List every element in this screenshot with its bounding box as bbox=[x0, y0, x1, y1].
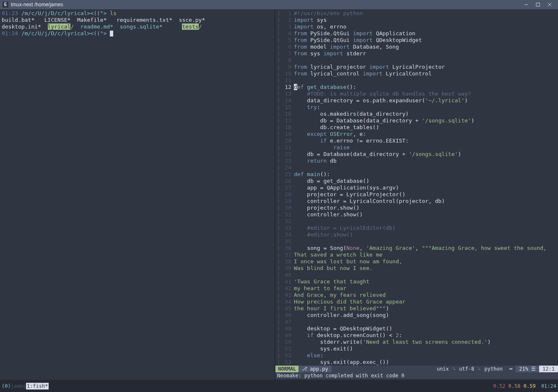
code-line[interactable]: |3import os, errno bbox=[275, 23, 558, 30]
code-line[interactable]: |23 return db bbox=[275, 158, 558, 164]
code-text: Was blind but now I see. bbox=[294, 265, 373, 272]
neomake-message: Neomake: python completed with exit code… bbox=[275, 372, 558, 379]
code-line[interactable]: |51 sys.exit() bbox=[275, 345, 558, 352]
shell-pane[interactable]: 01:23 /m/c/U/j/D/c/lyrical><((°> ls buil… bbox=[0, 9, 275, 380]
tmux-statusbar: (0) james 1:fish* 0.52 0.58 0.59 01:24 bbox=[0, 380, 558, 392]
code-text: controller.add_song(song) bbox=[294, 312, 389, 319]
code-line[interactable]: |14 data_directory = os.path.expanduser(… bbox=[275, 97, 558, 104]
code-line[interactable]: |29 controller = LyricalControl(projecto… bbox=[275, 198, 558, 205]
gutter-sign: | bbox=[275, 252, 282, 258]
line-number: 53 bbox=[282, 359, 294, 366]
code-line[interactable]: |5from PySide.QtGui import QDesktopWidge… bbox=[275, 37, 558, 44]
code-line[interactable]: |33 #editor = LyricalEditor(db) bbox=[275, 225, 558, 231]
code-line[interactable]: |19 except OSError, e: bbox=[275, 131, 558, 138]
shell-prompt[interactable]: 01:24 /m/c/U/j/D/c/lyrical><((°> bbox=[2, 30, 273, 37]
code-line[interactable]: |39Was blind but now I see. bbox=[275, 265, 558, 272]
line-number: 22 bbox=[282, 151, 294, 158]
close-button[interactable] bbox=[544, 0, 555, 9]
line-number: 41 bbox=[282, 278, 294, 285]
code-line[interactable]: |20 if e.errno != errno.EEXIST: bbox=[275, 138, 558, 144]
line-number: 3 bbox=[282, 23, 294, 30]
code-line[interactable]: |22 db = Database(data_directory + '/son… bbox=[275, 151, 558, 158]
tmux-right-status: 0.52 0.58 0.59 01:24 bbox=[493, 383, 556, 389]
code-line[interactable]: |30 projector.show() bbox=[275, 205, 558, 211]
code-line[interactable]: |50 stderr.write('Need at least two scre… bbox=[275, 339, 558, 345]
code-line[interactable]: |17 db = Database(data_directory + '/son… bbox=[275, 117, 558, 124]
code-text: the hour I first believed""") bbox=[294, 305, 389, 312]
code-text: And Grace, my fears relieved bbox=[294, 292, 386, 299]
code-line[interactable]: |41'Twas Grace that taught bbox=[275, 278, 558, 285]
code-line[interactable]: |1#!/usr/bin/env python bbox=[275, 10, 558, 17]
code-line[interactable]: |26 db = get_database() bbox=[275, 178, 558, 184]
vim-filename: ⎇app.py bbox=[298, 366, 331, 372]
code-line[interactable]: |15 try: bbox=[275, 104, 558, 111]
gutter-sign: | bbox=[275, 238, 282, 245]
line-number: 20 bbox=[282, 138, 294, 144]
gutter-sign: | bbox=[275, 77, 282, 84]
code-area[interactable]: |1#!/usr/bin/env python|2import sys|3imp… bbox=[275, 10, 558, 366]
gutter-sign: | bbox=[275, 198, 282, 205]
gutter-sign: | bbox=[275, 312, 282, 319]
line-number: 12 bbox=[282, 84, 294, 91]
code-line[interactable]: |18 db.create_tables() bbox=[275, 124, 558, 131]
gutter-sign: | bbox=[275, 319, 282, 325]
code-line[interactable]: |28 projector = LyricalProjector() bbox=[275, 191, 558, 198]
code-text: #!/usr/bin/env python bbox=[294, 10, 363, 17]
code-line[interactable]: |46 controller.add_song(song) bbox=[275, 312, 558, 319]
tmux-panes: 01:23 /m/c/U/j/D/c/lyrical><((°> ls buil… bbox=[0, 9, 558, 380]
code-line[interactable]: |4from PySide.QtGui import QApplication bbox=[275, 30, 558, 37]
line-number: 50 bbox=[282, 339, 294, 345]
gutter-sign: | bbox=[275, 245, 282, 252]
code-line[interactable]: |36 song = Song(None, 'Amazing Grace', "… bbox=[275, 245, 558, 252]
line-number: 36 bbox=[282, 245, 294, 252]
code-line[interactable]: |48 desktop = QDesktopWidget() bbox=[275, 325, 558, 332]
gutter-sign: | bbox=[275, 272, 282, 278]
line-number: 26 bbox=[282, 178, 294, 184]
code-text: controller.show() bbox=[294, 211, 363, 218]
code-text: import sys bbox=[294, 17, 327, 23]
line-number: 15 bbox=[282, 104, 294, 111]
code-line[interactable]: |21 raise bbox=[275, 144, 558, 151]
tmux-window-active[interactable]: 1:fish* bbox=[26, 383, 49, 389]
code-line[interactable]: |47 bbox=[275, 319, 558, 325]
line-number: 9 bbox=[282, 64, 294, 70]
code-line[interactable]: |45the hour I first believed""") bbox=[275, 305, 558, 312]
code-line[interactable]: |44How precious did that Grace appear bbox=[275, 299, 558, 305]
line-number: 23 bbox=[282, 158, 294, 164]
code-line[interactable]: |43And Grace, my fears relieved bbox=[275, 292, 558, 299]
code-line[interactable]: |2import sys bbox=[275, 17, 558, 23]
code-line[interactable]: |9from lyrical_projector import LyricalP… bbox=[275, 64, 558, 70]
code-line[interactable]: |24 bbox=[275, 164, 558, 171]
code-line[interactable]: |16 os.makedirs(data_directory) bbox=[275, 111, 558, 117]
code-line[interactable]: |53 sys.exit(app.exec_()) bbox=[275, 359, 558, 366]
code-line[interactable]: |25def main(): bbox=[275, 171, 558, 178]
vim-statusbar: NORMAL ⎇app.py unix ␊ utf-8 ␊ python ═ 2… bbox=[275, 366, 558, 372]
code-line[interactable]: |6from model import Database, Song bbox=[275, 44, 558, 50]
line-number: 24 bbox=[282, 164, 294, 171]
code-line[interactable]: |31 controller.show() bbox=[275, 211, 558, 218]
code-line[interactable]: |52 else: bbox=[275, 352, 558, 359]
code-line[interactable]: |27 app = QApplication(sys.argv) bbox=[275, 184, 558, 191]
code-line[interactable]: |49 if desktop.screenCount() < 2: bbox=[275, 332, 558, 339]
code-line[interactable]: |37That saved a wretch like me bbox=[275, 252, 558, 258]
minimize-button[interactable] bbox=[520, 0, 532, 9]
code-line[interactable]: |7from sys import stderr bbox=[275, 50, 558, 57]
code-line[interactable]: |10from lyrical_control import LyricalCo… bbox=[275, 70, 558, 77]
code-line[interactable]: |42my heart to fear bbox=[275, 285, 558, 292]
code-line[interactable]: |34 #editor.show() bbox=[275, 231, 558, 238]
line-number: 19 bbox=[282, 131, 294, 138]
code-line[interactable]: |38I once was lost but now am found, bbox=[275, 258, 558, 265]
line-number: 45 bbox=[282, 305, 294, 312]
code-line[interactable]: |11 bbox=[275, 77, 558, 84]
gutter-sign: | bbox=[275, 352, 282, 359]
code-text: #editor = LyricalEditor(db) bbox=[294, 225, 396, 231]
code-line[interactable]: |12def get_database(): bbox=[275, 84, 558, 91]
code-line[interactable]: |32 bbox=[275, 218, 558, 225]
code-line[interactable]: |13 #TODO: is multiple sqlite db handles… bbox=[275, 91, 558, 97]
vim-position: 12:1 bbox=[539, 366, 558, 372]
code-line[interactable]: |35 bbox=[275, 238, 558, 245]
code-line[interactable]: |40 bbox=[275, 272, 558, 278]
editor-pane[interactable]: |1#!/usr/bin/env python|2import sys|3imp… bbox=[275, 9, 558, 380]
maximize-button[interactable] bbox=[532, 0, 544, 9]
code-line[interactable]: |8 bbox=[275, 57, 558, 64]
